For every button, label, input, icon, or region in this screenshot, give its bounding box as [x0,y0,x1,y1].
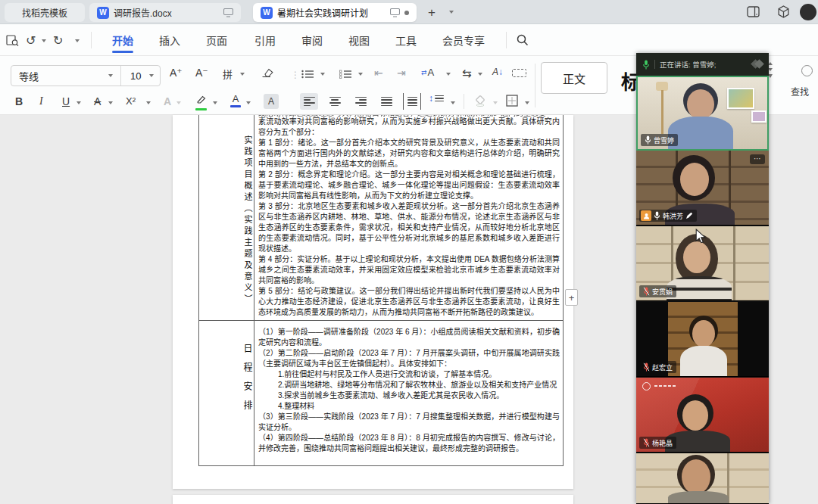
style-normal-chip[interactable]: 正文 [541,62,607,94]
font-name-select[interactable]: 等线 [11,69,106,83]
line-spacing-chevron-icon[interactable] [451,101,455,104]
ruler-settings-icon[interactable] [512,69,526,77]
highlight-chevron-icon[interactable] [213,101,217,104]
superscript-button[interactable]: X² [126,95,136,107]
char-shading-button[interactable]: A [264,94,279,109]
participant-video[interactable]: ⋯ 韩洪芳 [636,151,769,226]
sort-button[interactable]: A↓ [492,67,503,77]
tab-document-report[interactable]: W 调研报告.docx [89,3,241,22]
justify-button[interactable] [377,93,395,110]
font-size-chevron-icon[interactable] [149,74,154,77]
decrease-font-button[interactable]: A⁻ [195,67,208,79]
unsaved-dot [404,11,409,15]
wall-art [727,88,754,109]
align-center-button[interactable] [326,93,344,110]
participant-name-chip: 安贯娟 [639,285,676,297]
menu-member[interactable]: 会员专享 [436,24,491,56]
redo-icon[interactable]: ↻ [53,33,63,48]
paragraph: （1）第一阶段——调研准备阶段（2023 年 6 月）：小组成员阅读相关文献和资… [258,327,560,348]
rename-pen-icon[interactable] [685,212,693,219]
menu-view[interactable]: 视图 [342,24,376,56]
new-tab-button[interactable]: + [424,5,439,20]
menu-review[interactable]: 审阅 [295,24,329,56]
underline-button[interactable]: U [62,95,70,107]
text-direction-chevron-icon[interactable] [446,73,451,76]
numbered-list-button[interactable] [339,68,352,82]
shading-chevron-icon[interactable] [493,101,498,104]
print-preview-icon[interactable] [6,34,19,47]
underline-chevron-icon[interactable] [76,101,81,104]
divider [535,64,535,107]
bullet-list-chevron-icon[interactable] [320,73,325,76]
insert-paragraph-plus-button[interactable]: + [565,289,578,306]
convert-swap-button[interactable]: ⇆ [462,67,472,80]
shading-bucket-icon[interactable] [474,95,487,110]
participant-video[interactable]: 赵宏立 [636,302,769,377]
row-content-overview[interactable]: 践活动将绿色发展理念与共同富裕目标相结合，通过调研分析北京市城乡之间的生态要 素… [254,115,564,321]
divider [91,32,92,48]
undo-icon[interactable]: ↺ [26,33,36,48]
increase-indent-icon[interactable]: ⇥ [397,67,406,79]
user-avatar[interactable] [800,4,816,20]
strikethrough-chevron-icon[interactable] [108,101,113,104]
tab-list-chevron-icon[interactable] [449,11,454,14]
menu-home[interactable]: 开始 [106,24,139,56]
menu-tools[interactable]: 工具 [389,24,423,56]
font-name-chevron-icon[interactable] [108,74,113,77]
row-content-schedule[interactable]: （1）第一阶段——调研准备阶段（2023 年 6 月）：小组成员阅读相关文献和资… [254,321,564,466]
meeting-header[interactable]: 正在讲话: 曾雪婷; [636,53,769,76]
more-options-button[interactable]: ⋯ [750,154,765,164]
mic-muted-icon [643,438,650,447]
tab-active-plan[interactable]: W 暑期社会实践调研计划 [253,3,417,22]
participant-video[interactable]: 杨艳晶 [636,378,769,453]
font-color-button[interactable]: A [230,93,241,107]
text-effects-chevron-icon[interactable] [176,101,181,104]
row-label-overview[interactable]: 实践项目概述（实践主题及意义） [199,115,254,321]
font-color-chevron-icon[interactable] [246,101,251,104]
highlight-pen-button[interactable] [195,94,207,110]
pinyin-chevron-icon[interactable] [240,73,245,76]
pinyin-guide-button[interactable]: 拼 [223,67,233,81]
align-right-button[interactable] [351,93,370,110]
menu-reference[interactable]: 引用 [248,24,282,56]
undo-chevron-icon[interactable] [42,39,46,42]
paragraph: 3.探求当前城乡生态要素流动、城乡收入差距尤其是农民收入情况。 [258,390,560,401]
mic-icon [645,135,651,145]
divider [654,60,655,69]
bullet-list-button[interactable] [301,68,314,82]
strikethrough-button[interactable]: A [94,95,101,107]
swap-chevron-icon[interactable] [478,73,482,76]
participant-video[interactable]: 曾雪婷 [636,76,769,151]
tab-template-store[interactable]: 找稻壳模板 [5,3,85,22]
distribute-button[interactable] [403,93,421,110]
decrease-indent-icon[interactable]: ⇤ [374,67,383,79]
video-conference-panel[interactable]: 正在讲话: 曾雪婷; 曾雪婷 ⋯ 韩洪芳 [636,53,769,504]
participant-video[interactable] [636,453,769,504]
menu-page[interactable]: 页面 [200,24,233,56]
borders-chevron-icon[interactable] [525,101,529,104]
bold-button[interactable]: B [15,95,23,107]
text-direction-button[interactable]: ⇄A [421,67,434,78]
ribbon-collapse-chevron-icon[interactable] [75,39,80,42]
clear-format-eraser-icon[interactable] [261,67,274,81]
text-effects-button[interactable]: A [164,95,171,107]
split-view-icon[interactable] [747,6,760,20]
align-left-button[interactable] [300,93,318,110]
line-spacing-button[interactable]: ↕ [429,93,444,104]
find-replace-icon[interactable] [801,65,813,76]
increase-font-button[interactable]: A⁺ [170,67,183,79]
cube-integration-icon[interactable] [777,5,790,21]
group-handle-icon: ⋮ [291,70,300,80]
superscript-chevron-icon[interactable] [146,101,151,104]
search-icon[interactable] [517,34,529,49]
italic-button[interactable]: I [39,95,43,107]
find-label[interactable]: 查找 [791,85,809,98]
font-size-select[interactable]: 10 [121,70,147,82]
numbered-list-chevron-icon[interactable] [358,73,363,76]
borders-button[interactable] [506,95,519,110]
document-page[interactable]: 实践项目概述（实践主题及意义） 践活动将绿色发展理念与共同富裕目标相结合，通过调… [173,115,573,489]
row-label-schedule[interactable]: 日程安排 [199,321,254,466]
menu-insert[interactable]: 插入 [153,24,186,56]
document-table: 实践项目概述（实践主题及意义） 践活动将绿色发展理念与共同富裕目标相结合，通过调… [198,115,564,466]
window-tab-bar: 找稻壳模板 W 调研报告.docx W 暑期社会实践调研计划 + [0,0,818,24]
